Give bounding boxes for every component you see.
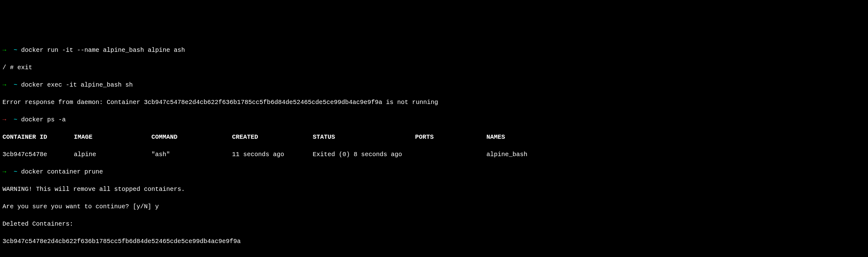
header-created: CREATED: [232, 133, 313, 142]
command-line: → ~ docker container prune: [2, 168, 866, 176]
table-row: 3cb947c5478ealpine"ash"11 seconds agoExi…: [2, 150, 866, 159]
command-line: → ~ docker exec -it alpine_bash sh: [2, 81, 866, 89]
header-status: STATUS: [313, 133, 415, 142]
cell-names: alpine_bash: [487, 150, 527, 159]
table-header-row: CONTAINER IDIMAGECOMMANDCREATEDSTATUSPOR…: [2, 133, 866, 142]
header-container-id: CONTAINER ID: [2, 133, 74, 142]
cell-status: Exited (0) 8 seconds ago: [313, 150, 415, 159]
header-image: IMAGE: [74, 133, 151, 142]
prompt-tilde: ~: [14, 116, 18, 123]
header-ports: PORTS: [415, 133, 487, 142]
output-line: 3cb947c5478e2d4cb622f636b1785cc5fb6d84de…: [2, 237, 866, 246]
command-text: docker container prune: [21, 168, 103, 175]
warning-output: WARNING! This will remove all stopped co…: [2, 185, 866, 194]
command-text: docker exec -it alpine_bash sh: [21, 81, 133, 88]
cell-image: alpine: [74, 150, 151, 159]
cell-container-id: 3cb947c5478e: [2, 150, 74, 159]
prompt-arrow-icon: →: [2, 81, 6, 88]
cell-command: "ash": [151, 150, 232, 159]
cell-created: 11 seconds ago: [232, 150, 313, 159]
header-names: NAMES: [487, 133, 505, 142]
output-line: / # exit: [2, 63, 866, 72]
prompt-arrow-icon: →: [2, 116, 6, 123]
command-text: docker run -it --name alpine_bash alpine…: [21, 47, 185, 54]
terminal-output[interactable]: → ~ docker run -it --name alpine_bash al…: [2, 37, 866, 257]
prompt-tilde: ~: [14, 168, 18, 175]
prompt-arrow-icon: →: [2, 168, 6, 175]
command-text: docker ps -a: [21, 116, 66, 123]
prompt-arrow-icon: →: [2, 47, 6, 54]
error-output: Error response from daemon: Container 3c…: [2, 98, 866, 107]
prompt-tilde: ~: [14, 81, 18, 88]
command-line: → ~ docker ps -a: [2, 115, 866, 124]
output-line: Deleted Containers:: [2, 220, 866, 228]
header-command: COMMAND: [151, 133, 232, 142]
prompt-tilde: ~: [14, 47, 18, 54]
command-line: → ~ docker run -it --name alpine_bash al…: [2, 46, 866, 55]
prompt-output: Are you sure you want to continue? [y/N]…: [2, 202, 866, 211]
